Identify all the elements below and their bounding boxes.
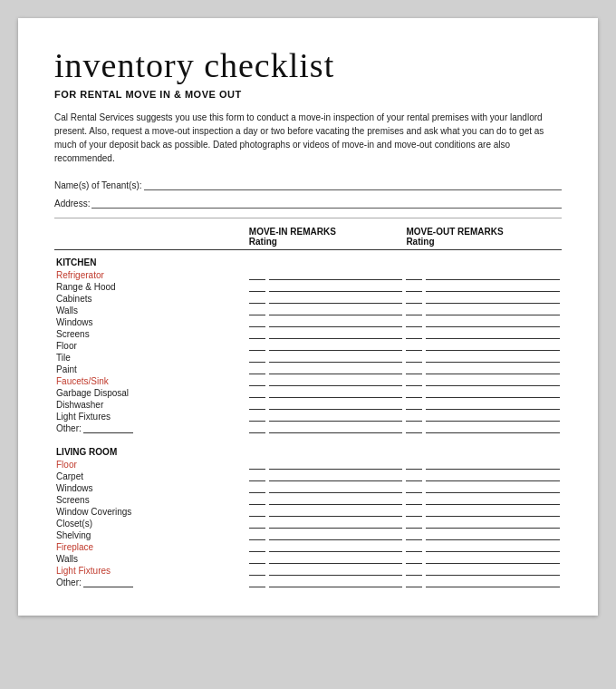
subtitle: FOR RENTAL MOVE IN & MOVE OUT <box>54 89 562 100</box>
checklist-table: MOVE-IN REMARKSRating MOVE-OUT REMARKSRa… <box>54 226 562 588</box>
item-refrigerator: Refrigerator <box>56 270 104 280</box>
table-row: Screens <box>54 494 562 506</box>
kitchen-other-row: Other: <box>54 422 562 434</box>
item-lr-walls: Walls <box>56 554 78 564</box>
intro-text: Cal Rental Services suggests you use thi… <box>54 111 562 165</box>
item-light-fixtures-kitchen: Light Fixtures <box>56 412 111 422</box>
table-row: Walls <box>54 553 562 565</box>
item-paint: Paint <box>56 364 77 374</box>
table-row: Floor <box>54 459 562 471</box>
table-row: Garbage Disposal <box>54 387 562 399</box>
tenants-field: Name(s) of Tenant(s): <box>54 178 562 190</box>
item-fireplace: Fireplace <box>56 542 93 552</box>
item-screens: Screens <box>56 329 90 339</box>
item-dishwasher: Dishwasher <box>56 400 103 410</box>
table-row: Light Fixtures <box>54 411 562 422</box>
col-moveout-header: MOVE-OUT REMARKSRating <box>404 226 562 250</box>
item-carpet: Carpet <box>56 471 83 481</box>
table-row: Windows <box>54 316 562 328</box>
col-movein-header: MOVE-IN REMARKSRating <box>247 226 405 250</box>
living-room-label: LIVING ROOM <box>54 440 247 459</box>
table-row: Refrigerator <box>54 269 562 281</box>
item-closets: Closet(s) <box>56 519 92 529</box>
address-label: Address: <box>54 199 90 209</box>
living-room-section-header: LIVING ROOM <box>54 440 562 459</box>
main-title: inventory checklist <box>54 45 562 85</box>
item-cabinets: Cabinets <box>56 294 91 304</box>
table-row: Fireplace <box>54 541 562 553</box>
item-lr-screens: Screens <box>56 495 90 505</box>
item-lr-windows: Windows <box>56 483 93 493</box>
item-lr-light-fixtures: Light Fixtures <box>56 566 111 576</box>
item-garbage-disposal: Garbage Disposal <box>56 388 129 398</box>
item-floor: Floor <box>56 341 77 351</box>
address-input-line[interactable] <box>91 196 562 209</box>
table-header-row: MOVE-IN REMARKSRating MOVE-OUT REMARKSRa… <box>54 226 562 250</box>
table-row: Window Coverings <box>54 506 562 518</box>
table-row: Shelving <box>54 529 562 541</box>
col-item-header <box>54 226 247 250</box>
kitchen-section-header: KITCHEN <box>54 250 562 270</box>
table-row: Tile <box>54 352 562 364</box>
item-walls: Walls <box>56 306 78 315</box>
page: inventory checklist FOR RENTAL MOVE IN &… <box>18 18 598 616</box>
tenants-label: Name(s) of Tenant(s): <box>54 180 142 190</box>
table-row: Screens <box>54 328 562 340</box>
item-window-coverings: Window Coverings <box>56 507 131 517</box>
kitchen-other-label: Other: <box>56 423 245 433</box>
lr-other-label: Other: <box>56 577 245 587</box>
divider-1 <box>54 218 562 218</box>
item-windows: Windows <box>56 317 93 327</box>
lr-other-row: Other: <box>54 577 562 588</box>
address-field: Address: <box>54 196 562 209</box>
table-row: Closet(s) <box>54 518 562 529</box>
tenants-input-line[interactable] <box>144 178 562 190</box>
table-row: Carpet <box>54 471 562 482</box>
table-row: Paint <box>54 364 562 375</box>
table-row: Walls <box>54 305 562 316</box>
table-row: Cabinets <box>54 293 562 305</box>
item-faucets: Faucets/Sink <box>56 376 109 386</box>
table-row: Range & Hood <box>54 281 562 293</box>
kitchen-label: KITCHEN <box>54 250 247 270</box>
item-shelving: Shelving <box>56 530 91 540</box>
table-row: Windows <box>54 482 562 494</box>
table-row: Floor <box>54 340 562 352</box>
table-row: Dishwasher <box>54 399 562 411</box>
item-lr-floor: Floor <box>56 460 77 470</box>
item-range-hood: Range & Hood <box>56 282 116 292</box>
table-row: Light Fixtures <box>54 565 562 577</box>
item-tile: Tile <box>56 353 71 363</box>
table-row: Faucets/Sink <box>54 375 562 387</box>
